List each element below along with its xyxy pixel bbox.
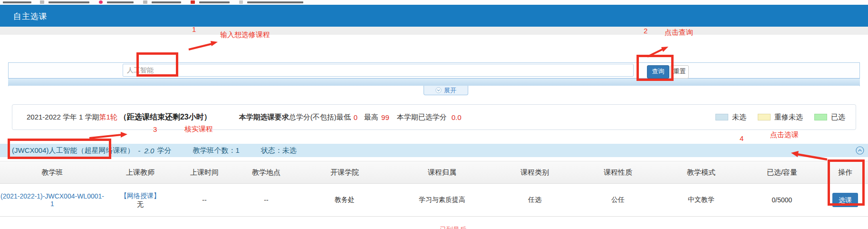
class-code-link[interactable]: (2021-2022-1)-JWCX004-WL0001-1: [0, 192, 105, 208]
reset-button[interactable]: 重置: [670, 65, 689, 79]
college: 教务处: [299, 196, 390, 204]
course-credit: 2.0: [145, 147, 154, 155]
annotation-label-4: 点击选课: [770, 130, 799, 139]
legend-label: 未选: [732, 113, 746, 122]
class-time: --: [176, 196, 233, 204]
class-place: --: [233, 196, 299, 204]
end-of-list-message: 已到最后: [424, 226, 482, 229]
term-info-bar: 2021-2022 学年 1 学期 第1轮 （距选课结束还剩23小时） 本学期选…: [12, 104, 856, 130]
annotation-label-2: 点击查询: [665, 28, 693, 37]
status-legend: 未选 重修未选 已选: [715, 113, 845, 122]
capacity: 0/5000: [742, 196, 822, 204]
red-circle-icon: [99, 0, 103, 4]
collapse-icon[interactable]: [856, 146, 864, 156]
annotation-number-2: 2: [644, 27, 647, 35]
course-selection-page: 自主选课 查询 重置 展开 2021-2022 学年 1 学期 第1轮 （距选课…: [0, 0, 868, 229]
annotation-label-3: 核实课程: [184, 125, 213, 134]
course-class-count: 教学班个数：1: [193, 146, 239, 155]
col-header: 课程归属: [390, 168, 494, 177]
course-status: 状态：未选: [261, 146, 297, 155]
legend-item-retake: 重修未选: [758, 113, 803, 122]
countdown-text: （距选课结束还剩23小时）: [119, 112, 212, 122]
col-header: 教学地点: [233, 168, 299, 177]
annotation-number-4: 4: [740, 134, 743, 142]
requirement-bold: 本学期选课要求: [239, 113, 289, 122]
teacher-cell: 【网络授课】 无: [105, 191, 176, 209]
folder-icon: [40, 0, 44, 4]
col-header: 上课教师: [105, 168, 176, 177]
app-header: 自主选课: [0, 5, 868, 27]
course-belong: 学习与素质提高: [390, 196, 494, 204]
legend-item-selected: 已选: [814, 113, 845, 122]
course-category: 任选: [494, 196, 575, 204]
col-header: 开课学院: [299, 168, 390, 177]
bookmark-fragment[interactable]: [3, 1, 31, 3]
folder-icon: [143, 0, 147, 4]
max-credit-label: 最高: [364, 113, 378, 122]
teaching-mode-tag: 【网络授课】: [105, 191, 176, 200]
legend-swatch-retake: [758, 114, 771, 120]
query-button[interactable]: 查询: [647, 65, 669, 79]
legend-swatch-unselected: [715, 114, 728, 120]
page-title: 自主选课: [13, 11, 48, 22]
annotation-label-1: 输入想选修课程: [220, 30, 270, 40]
col-header: 教学模式: [661, 168, 742, 177]
annotation-number-1: 1: [192, 25, 196, 33]
legend-item-unselected: 未选: [715, 113, 746, 122]
teaching-mode: 中文教学: [661, 196, 742, 204]
course-nature: 公任: [575, 196, 661, 204]
expand-label: 展开: [444, 86, 456, 95]
arrow-3: [89, 132, 127, 138]
min-credit-value: 0: [354, 113, 357, 121]
bookmark-fragment[interactable]: [152, 1, 181, 3]
col-header: 教学班: [0, 168, 105, 177]
col-header: 课程类别: [494, 168, 575, 177]
course-search-input[interactable]: [123, 64, 634, 77]
chevron-down-circle-icon: [435, 87, 442, 93]
bookmark-fragment[interactable]: [199, 1, 230, 3]
bookmark-fragment[interactable]: [48, 1, 89, 3]
annotation-number-3: 3: [153, 125, 157, 133]
legend-label: 重修未选: [774, 113, 803, 122]
class-table: 教学班 上课教师 上课时间 教学地点 开课学院 课程归属 课程类别 课程性质 教…: [0, 161, 868, 217]
col-header: 课程性质: [575, 168, 661, 177]
header-sub-strip: [0, 27, 868, 35]
red-badge-icon: [191, 0, 195, 4]
arrow-1: [189, 41, 218, 50]
legend-swatch-selected: [814, 114, 827, 120]
folder-icon: [239, 0, 243, 4]
col-header: 已选/容量: [742, 168, 822, 177]
bookmark-fragment[interactable]: [107, 1, 134, 3]
expand-toggle[interactable]: 展开: [424, 86, 468, 95]
course-credit-unit: 学分: [157, 146, 171, 155]
max-credit-value: 99: [381, 113, 389, 121]
arrow-2: [647, 47, 668, 57]
course-title-sep: -: [138, 147, 141, 155]
col-header: 操作: [822, 168, 868, 177]
teacher-name: 无: [105, 200, 176, 209]
table-header-row: 教学班 上课教师 上课时间 教学地点 开课学院 课程归属 课程类别 课程性质 教…: [0, 161, 868, 184]
table-row: (2021-2022-1)-JWCX004-WL0001-1 【网络授课】 无 …: [0, 184, 868, 217]
col-header: 上课时间: [176, 168, 233, 177]
term-text: 2021-2022 学年 1 学期: [27, 113, 99, 122]
course-header-bar[interactable]: (JWCX004)人工智能（超星网络课程） - 2.0 学分 教学班个数：1 状…: [0, 144, 868, 157]
bookmark-fragment[interactable]: [247, 1, 303, 3]
course-title: (JWCX004)人工智能（超星网络课程）: [12, 146, 135, 155]
selected-credit-value: 0.0: [452, 113, 462, 121]
search-panel-footer-bar: [8, 78, 860, 86]
selected-credit-label: 本学期已选学分: [397, 113, 447, 122]
select-course-button[interactable]: 选课: [832, 193, 858, 207]
round-text: 第1轮: [99, 113, 117, 122]
legend-label: 已选: [831, 113, 845, 122]
requirement-text: 总学分(不包括)最低: [289, 113, 351, 122]
